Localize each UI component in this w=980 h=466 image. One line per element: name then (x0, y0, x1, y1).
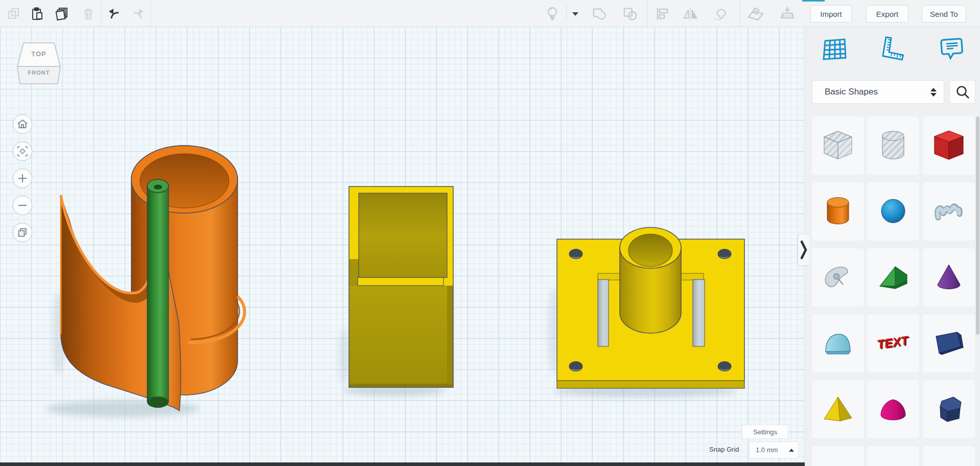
design-canvas[interactable]: TOP FRONT Settings Snap Grid 1.0 mm (0, 27, 805, 466)
mirror-icon[interactable] (683, 7, 698, 21)
shape-category-select[interactable]: Basic Shapes (812, 80, 944, 104)
shape-tile-box[interactable] (923, 116, 975, 175)
undo-icon[interactable] (106, 7, 122, 21)
caret-up-icon (789, 449, 794, 452)
shape-tile-pyramid[interactable] (812, 380, 864, 438)
tinkercad-editor: { "app": {"name": "Tinkercad 3D design e… (0, 0, 980, 466)
toolbar-separator (566, 6, 567, 21)
fit-view-icon (17, 146, 28, 157)
shape-search-button[interactable] (949, 80, 975, 104)
snap-magnet-icon[interactable] (713, 7, 729, 21)
export-button[interactable]: Export (866, 5, 908, 22)
toolbar-separator (739, 0, 740, 27)
fit-view-button[interactable] (13, 142, 32, 161)
notes-tool-button[interactable] (929, 33, 974, 65)
shape-tile-wedge[interactable] (923, 314, 975, 372)
snap-grid-label: Snap Grid (709, 446, 739, 453)
shape-tile-paraboloid[interactable] (867, 380, 919, 438)
place-shape-icon[interactable] (779, 7, 796, 21)
group-icon[interactable] (592, 7, 607, 21)
settings-button[interactable]: Settings (742, 425, 788, 439)
shape-tile-partial-1[interactable] (812, 446, 864, 466)
shape-tile-partial-2[interactable] (867, 446, 919, 466)
scene-object-green-rod[interactable] (147, 179, 169, 408)
redo-icon[interactable] (131, 7, 146, 21)
view-cube-front-label[interactable]: FRONT (14, 69, 63, 76)
scene-object-orange-clip[interactable] (61, 146, 245, 411)
shape-category-value: Basic Shapes (825, 87, 878, 97)
shape-tile-roof[interactable] (867, 248, 919, 307)
panel-accent-strip (802, 0, 825, 2)
shape-tile-partial-3[interactable] (923, 446, 975, 466)
panel-collapse-handle[interactable] (798, 234, 809, 266)
shape-tile-cone[interactable] (923, 248, 975, 307)
zoom-out-button[interactable] (13, 196, 32, 215)
home-view-button[interactable] (13, 114, 32, 134)
shape-tile-transparent-cylinder[interactable] (867, 116, 919, 175)
scene-objects (0, 27, 805, 466)
panel-tool-row (805, 31, 980, 67)
shape-tile-sphere[interactable] (867, 182, 919, 241)
align-icon[interactable] (655, 7, 670, 21)
scene-object-yellow-box[interactable] (349, 187, 453, 387)
delete-icon[interactable] (81, 7, 96, 21)
perspective-toggle-button[interactable] (13, 223, 32, 242)
toolbar-separator (101, 0, 101, 27)
ruler-tool-button[interactable] (870, 33, 915, 65)
view-cube-top-label[interactable]: TOP (14, 50, 63, 58)
duplicate-icon[interactable] (54, 7, 69, 21)
shape-tile-polygon[interactable] (923, 380, 975, 438)
shape-tile-transparent-box[interactable] (812, 116, 864, 175)
workplane-icon[interactable] (746, 7, 765, 21)
text-shape-glyph: TEXT (877, 333, 908, 352)
scene-object-yellow-plate[interactable] (557, 227, 744, 388)
snap-grid-select[interactable]: 1.0 mm (749, 441, 799, 458)
view-cube[interactable]: TOP FRONT (14, 36, 63, 88)
show-hidden-icon[interactable] (545, 7, 560, 21)
paste-icon[interactable] (30, 7, 45, 21)
shape-panel: Basic Shapes (805, 27, 980, 466)
chevron-right-icon (800, 238, 808, 262)
shape-tile-text[interactable]: TEXT TEXT (867, 314, 919, 372)
shape-tile-cylinder[interactable] (812, 182, 864, 241)
send-to-button[interactable]: Send To (922, 5, 966, 22)
shape-tile-round-roof[interactable] (812, 314, 864, 372)
ruler-icon (878, 36, 907, 62)
snap-grid-value: 1.0 mm (756, 446, 778, 454)
ungroup-icon[interactable] (622, 7, 638, 21)
import-button[interactable]: Import (810, 5, 852, 22)
panel-scrollbar[interactable] (976, 116, 979, 335)
zoom-in-icon (17, 173, 28, 183)
toolbar-separator (151, 0, 151, 27)
shape-tile-extrusion[interactable] (812, 248, 864, 307)
canvas-bottom-edge (0, 462, 805, 466)
workplane-tool-button[interactable] (812, 33, 857, 65)
workplane-grid-icon (821, 36, 848, 62)
notes-icon (939, 36, 964, 62)
top-toolbar: Import Export Send To (0, 0, 980, 27)
zoom-in-button[interactable] (13, 169, 32, 188)
show-hidden-dropdown-icon[interactable] (570, 7, 581, 21)
home-icon (17, 119, 28, 130)
toolbar-separator (647, 0, 647, 27)
shape-tile-scribble[interactable] (923, 182, 975, 241)
perspective-icon (17, 227, 28, 238)
search-icon (955, 84, 970, 100)
select-updown-icon (930, 88, 937, 97)
zoom-out-icon (17, 200, 28, 211)
copy-icon[interactable] (6, 7, 21, 21)
